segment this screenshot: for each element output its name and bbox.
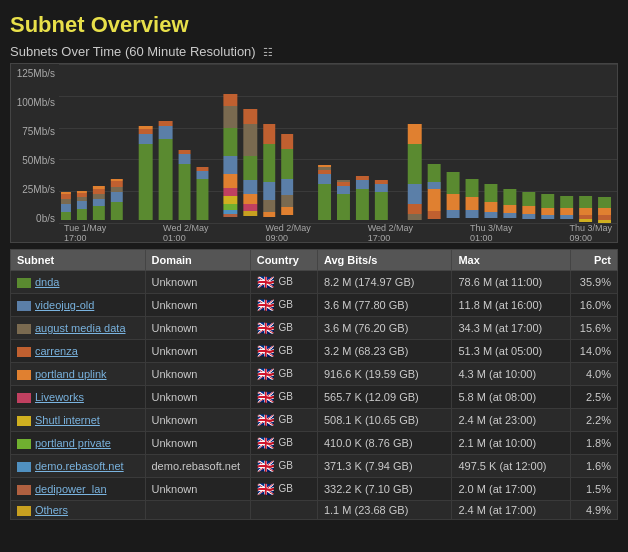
svg-rect-41 <box>223 210 237 214</box>
flag-icon: 🇬🇧 <box>257 297 274 313</box>
svg-rect-31 <box>197 171 209 179</box>
svg-rect-52 <box>263 182 275 200</box>
svg-rect-15 <box>111 202 123 220</box>
svg-rect-62 <box>318 170 331 174</box>
subnet-link[interactable]: portland private <box>35 437 111 449</box>
svg-rect-21 <box>139 134 153 144</box>
table-row: dndaUnknown🇬🇧 GB8.2 M (174.97 GB)78.6 M … <box>11 271 618 294</box>
col-header-domain: Domain <box>145 250 250 271</box>
pct-cell: 4.0% <box>571 363 618 386</box>
svg-rect-4 <box>61 192 71 194</box>
max-cell: 4.3 M (at 10:00) <box>452 363 571 386</box>
svg-rect-98 <box>522 214 535 219</box>
avg-bits-cell: 8.2 M (174.97 GB) <box>317 271 452 294</box>
svg-rect-111 <box>598 215 611 220</box>
pct-cell: 1.8% <box>571 432 618 455</box>
subnet-color-indicator <box>17 347 31 357</box>
table-body: dndaUnknown🇬🇧 GB8.2 M (174.97 GB)78.6 M … <box>11 271 618 520</box>
avg-bits-cell: 371.3 K (7.94 GB) <box>317 455 452 478</box>
pct-cell: 4.9% <box>571 501 618 520</box>
country-cell: 🇬🇧 GB <box>250 363 317 386</box>
subnet-table: Subnet Domain Country Avg Bits/s Max Pct… <box>10 249 618 520</box>
avg-bits-cell: 3.2 M (68.23 GB) <box>317 340 452 363</box>
svg-rect-71 <box>356 176 369 180</box>
svg-rect-11 <box>93 199 105 206</box>
svg-rect-64 <box>318 165 331 167</box>
svg-rect-61 <box>318 174 331 184</box>
table-row: august media dataUnknown🇬🇧 GB3.6 M (76.2… <box>11 317 618 340</box>
svg-rect-65 <box>337 194 350 220</box>
svg-rect-60 <box>318 184 331 220</box>
country-cell: 🇬🇧 GB <box>250 455 317 478</box>
country-cell: 🇬🇧 GB <box>250 317 317 340</box>
svg-rect-27 <box>179 164 191 220</box>
table-row: videojug-oldUnknown🇬🇧 GB3.6 M (77.80 GB)… <box>11 294 618 317</box>
subnet-color-indicator <box>17 439 31 449</box>
domain-cell: Unknown <box>145 294 250 317</box>
x-axis: Tue 1/May17:00 Wed 2/May01:00 Wed 2/May0… <box>59 224 617 242</box>
pct-cell: 1.6% <box>571 455 618 478</box>
domain-cell: Unknown <box>145 432 250 455</box>
svg-rect-58 <box>281 195 293 207</box>
domain-cell: Unknown <box>145 340 250 363</box>
svg-rect-110 <box>598 208 611 215</box>
svg-rect-8 <box>77 193 87 197</box>
table-row: Others1.1 M (23.68 GB)2.4 M (at 17:00)4.… <box>11 501 618 520</box>
svg-rect-18 <box>111 181 123 187</box>
subnet-link[interactable]: dedipower_lan <box>35 483 107 495</box>
svg-rect-39 <box>223 196 237 204</box>
svg-rect-79 <box>408 214 422 220</box>
pct-cell: 35.9% <box>571 271 618 294</box>
flag-icon: 🇬🇧 <box>257 343 274 359</box>
svg-rect-9 <box>77 191 87 193</box>
svg-rect-102 <box>560 196 573 208</box>
avg-bits-cell: 3.6 M (76.20 GB) <box>317 317 452 340</box>
svg-rect-42 <box>223 214 237 217</box>
flag-icon: 🇬🇧 <box>257 389 274 405</box>
table-header-row: Subnet Domain Country Avg Bits/s Max Pct <box>11 250 618 271</box>
country-cell: 🇬🇧 GB <box>250 271 317 294</box>
subnet-link[interactable]: portland uplink <box>35 368 107 380</box>
svg-rect-2 <box>61 199 71 204</box>
chart-area: Tue 1/May17:00 Wed 2/May01:00 Wed 2/May0… <box>59 64 617 242</box>
subnet-link[interactable]: Liveworks <box>35 391 84 403</box>
subnet-link[interactable]: videojug-old <box>35 299 94 311</box>
subnet-link[interactable]: august media data <box>35 322 126 334</box>
chart-svg <box>59 64 617 224</box>
flag-icon: 🇬🇧 <box>257 320 274 336</box>
subnet-link[interactable]: Others <box>35 504 68 516</box>
svg-rect-94 <box>503 205 516 213</box>
domain-cell: Unknown <box>145 363 250 386</box>
col-header-country: Country <box>250 250 317 271</box>
subnet-cell: dnda <box>11 271 146 294</box>
country-cell: 🇬🇧 GB <box>250 432 317 455</box>
svg-rect-105 <box>579 196 592 208</box>
subnet-link[interactable]: dnda <box>35 276 59 288</box>
max-cell: 2.4 M (at 17:00) <box>452 501 571 520</box>
avg-bits-cell: 332.2 K (7.10 GB) <box>317 478 452 501</box>
chart-icon[interactable]: ☷ <box>263 46 273 59</box>
svg-rect-13 <box>93 189 105 194</box>
country-cell: 🇬🇧 GB <box>250 478 317 501</box>
country-cell <box>250 501 317 520</box>
pct-cell: 2.5% <box>571 386 618 409</box>
svg-rect-74 <box>375 180 388 184</box>
col-header-avg: Avg Bits/s <box>317 250 452 271</box>
subnet-link[interactable]: carrenza <box>35 345 78 357</box>
svg-rect-49 <box>243 211 257 216</box>
svg-rect-53 <box>263 200 275 212</box>
svg-rect-76 <box>408 144 422 184</box>
svg-rect-78 <box>408 204 422 214</box>
subnet-link[interactable]: demo.rebasoft.net <box>35 460 124 472</box>
svg-rect-72 <box>375 192 388 220</box>
subnet-link[interactable]: Shutl internet <box>35 414 100 426</box>
svg-rect-103 <box>560 208 573 215</box>
subnet-cell: portland uplink <box>11 363 146 386</box>
svg-rect-97 <box>522 206 535 214</box>
svg-rect-66 <box>337 186 350 194</box>
pct-cell: 14.0% <box>571 340 618 363</box>
svg-rect-16 <box>111 192 123 202</box>
domain-cell: demo.rebasoft.net <box>145 455 250 478</box>
svg-rect-70 <box>356 180 369 189</box>
subnet-color-indicator <box>17 301 31 311</box>
